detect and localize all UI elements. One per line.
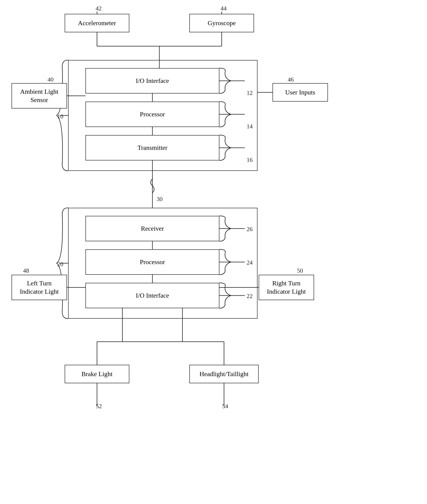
label-22: 22 bbox=[247, 293, 253, 300]
label-40: 40 bbox=[48, 76, 53, 83]
label-14: 14 bbox=[247, 123, 253, 130]
left-turn-indicator-box: Left TurnIndicator Light bbox=[12, 275, 67, 300]
label-50: 50 bbox=[297, 267, 303, 274]
label-52: 52 bbox=[96, 403, 102, 410]
ambient-light-sensor-box: Ambient LightSensor bbox=[12, 83, 67, 108]
accelerometer-box: Accelerometer bbox=[65, 14, 129, 32]
transmitter-box: Transmitter bbox=[85, 135, 219, 160]
processor-top-box: Processor bbox=[85, 102, 219, 127]
label-48: 48 bbox=[23, 267, 29, 274]
label-16: 16 bbox=[247, 157, 253, 164]
diagram: Accelerometer Gyroscope Ambient LightSen… bbox=[0, 0, 427, 504]
label-26: 26 bbox=[247, 226, 253, 233]
label-42: 42 bbox=[96, 5, 102, 12]
brake-light-box: Brake Light bbox=[65, 365, 129, 383]
label-24: 24 bbox=[247, 259, 253, 266]
io-interface-bot-box: I/O Interface bbox=[85, 283, 219, 308]
label-10: 10 bbox=[57, 113, 63, 120]
processor-bot-box: Processor bbox=[85, 249, 219, 275]
label-44: 44 bbox=[221, 5, 227, 12]
io-interface-top-box: I/O Interface bbox=[85, 68, 219, 93]
headlight-taillight-box: Headlight/Taillight bbox=[189, 365, 259, 383]
user-inputs-box: User Inputs bbox=[273, 83, 328, 102]
label-46: 46 bbox=[288, 76, 294, 83]
label-12: 12 bbox=[247, 90, 253, 97]
label-20: 20 bbox=[57, 261, 63, 268]
label-54: 54 bbox=[222, 403, 228, 410]
label-30: 30 bbox=[157, 196, 163, 203]
gyroscope-box: Gyroscope bbox=[189, 14, 254, 32]
right-turn-indicator-box: Right TurnIndicator Light bbox=[259, 275, 314, 300]
receiver-box: Receiver bbox=[85, 216, 219, 241]
